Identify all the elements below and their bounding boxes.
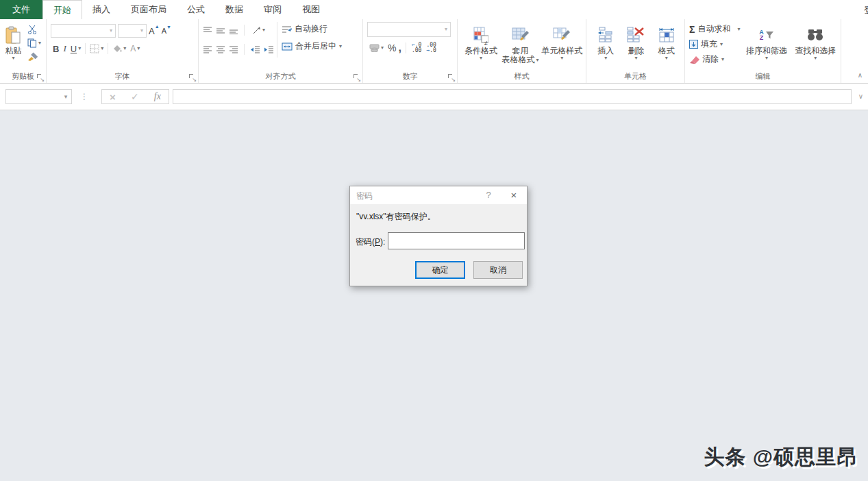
font-color-icon: A [130,45,136,53]
dialog-title: 密码 [356,190,373,202]
formula-input[interactable] [173,89,852,104]
enter-entry-button[interactable]: ✓ [131,91,139,102]
comma-style-button[interactable]: , [398,45,401,51]
sort-filter-icon: AZ [759,23,774,47]
grow-font-button[interactable]: A▲ [149,26,160,36]
group-editing: Σ 自动求和 ▾ 填充 ▾ 清除 ▾ AZ [685,19,841,83]
percent-style-button[interactable]: % [388,42,396,53]
group-number: ▾ ▾ % , ←.0 .00 .00 →.0 数字 ↘ [363,19,458,83]
tab-home[interactable]: 开始 [42,0,82,19]
format-as-table-icon [512,23,530,47]
shrink-font-button[interactable]: A▼ [162,27,171,35]
clear-button[interactable]: 清除 ▾ [689,52,740,66]
expand-formula-bar-button[interactable]: ∨ [858,92,863,100]
font-color-button[interactable]: A ▾ [128,44,142,54]
italic-button[interactable]: I [61,42,68,56]
bold-button[interactable]: B [51,42,61,56]
find-select-button[interactable]: 查找和选择 ▾ [793,22,838,66]
format-painter-button[interactable] [25,51,43,62]
close-icon[interactable]: × [508,189,520,201]
ribbon-right-spacer: ∧ [841,19,868,83]
format-as-table-button[interactable]: 套用 表格格式▾ [500,22,541,64]
clipboard-dialog-launcher[interactable]: ↘ [37,74,44,81]
format-painter-icon [27,52,38,61]
delete-cells-button[interactable]: 删除 ▾ [621,22,650,61]
dialog-message: "vv.xlsx"有密码保护。 [356,211,436,223]
paste-dropdown[interactable]: ▾ [12,56,14,61]
eraser-icon [689,56,699,64]
underline-button[interactable]: U▾ [69,42,83,56]
password-dialog: 密码 ? × "vv.xlsx"有密码保护。 密码(P): 确定 取消 [349,186,528,286]
sign-in-link[interactable]: 登 [864,4,868,16]
align-left-button[interactable] [203,45,212,53]
tab-data[interactable]: 数据 [215,0,253,19]
name-box[interactable]: ▾ [5,89,72,104]
tab-page-layout[interactable]: 页面布局 [121,0,177,19]
paste-icon [5,23,21,47]
copy-button[interactable]: ▾ [25,37,43,49]
orientation-icon [252,26,261,34]
format-cells-icon [658,23,675,47]
format-cells-button[interactable]: 格式 ▾ [652,22,681,61]
conditional-formatting-button[interactable]: ≠ 条件格式 ▾ [462,22,500,64]
insert-cells-button[interactable]: 插入 ▾ [591,22,620,61]
copy-icon [27,38,37,48]
workbook-canvas [0,110,868,481]
formula-bar: ▾ ⋮ × ✓ fx ∨ [0,84,868,110]
fill-down-icon [689,40,698,49]
ribbon-tab-bar: 文件 开始 插入 页面布局 公式 数据 审阅 视图 登 [0,0,868,19]
font-size-combo[interactable]: ▾ [118,24,147,38]
alignment-dialog-launcher[interactable]: ↘ [354,74,360,81]
binoculars-icon [807,23,823,47]
cut-button[interactable] [25,23,43,36]
borders-button[interactable]: ▾ [88,42,106,55]
sigma-icon: Σ [689,24,695,35]
ribbon: 粘贴 ▾ ▾ 剪贴板 ↘ ▾ ▾ A▲ A▼ [0,19,868,84]
number-dialog-launcher[interactable]: ↘ [448,74,455,81]
fill-color-icon [112,45,122,52]
align-bottom-button[interactable] [229,26,238,34]
tab-review[interactable]: 审阅 [253,0,292,19]
tab-insert[interactable]: 插入 [82,0,121,19]
font-name-combo[interactable]: ▾ [51,24,116,38]
collapse-ribbon-button[interactable]: ∧ [858,71,863,79]
orientation-button[interactable]: ▾ [250,25,267,36]
cancel-button[interactable]: 取消 [473,261,523,279]
fill-button[interactable]: 填充 ▾ [689,37,740,51]
increase-indent-button[interactable] [264,45,274,53]
font-dialog-launcher[interactable]: ↘ [189,74,196,81]
cut-icon [27,25,37,34]
ok-button[interactable]: 确定 [415,261,465,279]
help-icon[interactable]: ? [483,190,494,200]
decrease-indent-button[interactable] [250,45,260,53]
align-right-button[interactable] [229,45,238,53]
password-dialog-titlebar[interactable]: 密码 ? × [350,186,527,204]
group-clipboard: 粘贴 ▾ ▾ 剪贴板 ↘ [0,19,47,83]
name-box-dropdown[interactable]: ▾ [60,93,71,100]
sort-filter-button[interactable]: AZ 排序和筛选 ▾ [744,22,789,66]
wrap-text-button[interactable]: 自动换行 [282,22,342,36]
group-cells: 插入 ▾ 删除 ▾ 格式 ▾ 单元格 [586,19,685,83]
merge-center-button[interactable]: 合并后居中 ▾ [282,39,342,53]
accounting-format-button[interactable]: ▾ [367,42,386,53]
align-center-button[interactable] [216,45,225,53]
group-alignment: ▾ 自动换行 合并后居中 [199,19,363,83]
align-middle-button[interactable] [216,26,225,34]
cell-styles-button[interactable]: 单元格样式 ▾ [541,22,583,64]
watermark: 头条 @硕思里昂 [704,443,858,471]
password-input[interactable] [388,232,525,249]
tab-formulas[interactable]: 公式 [177,0,215,19]
align-top-button[interactable] [203,26,212,34]
tab-view[interactable]: 视图 [292,0,330,19]
number-format-combo[interactable]: ▾ [367,22,451,37]
cancel-entry-button[interactable]: × [110,91,116,103]
tab-file[interactable]: 文件 [0,0,42,19]
paste-button[interactable]: 粘贴 ▾ [4,22,23,62]
decrease-decimal-button[interactable]: .00 →.0 [425,42,437,54]
fill-color-button[interactable]: ▾ [110,44,128,53]
formula-bar-dots-separator: ⋮ [80,92,88,101]
autosum-button[interactable]: Σ 自动求和 ▾ [689,22,740,36]
cell-styles-icon [553,23,571,47]
increase-decimal-button[interactable]: ←.0 .00 [410,42,423,54]
insert-function-button[interactable]: fx [154,91,161,102]
